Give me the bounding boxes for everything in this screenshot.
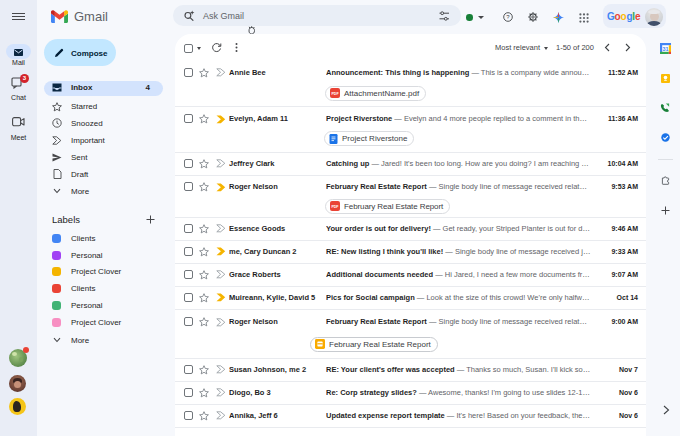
svg-text:31: 31 bbox=[662, 46, 668, 52]
svg-text:?: ? bbox=[506, 14, 510, 20]
